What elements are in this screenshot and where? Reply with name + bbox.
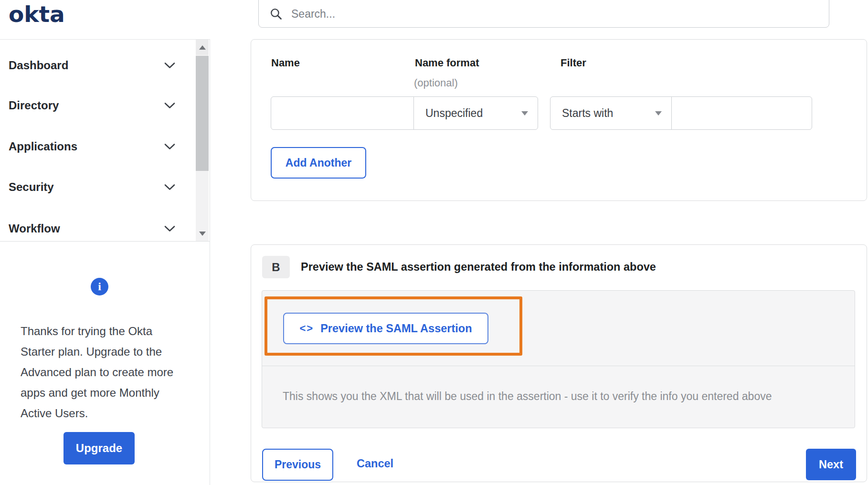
caret-down-icon: [655, 111, 662, 116]
chevron-down-icon: [164, 62, 175, 69]
sidebar-item-workflow[interactable]: Workflow: [0, 209, 193, 249]
preview-panel-bottom: This shows you the XML that will be used…: [262, 366, 855, 428]
preview-panel-top: <> Preview the SAML Assertion: [262, 291, 855, 366]
step-b-title: Preview the SAML assertion generated fro…: [301, 261, 656, 274]
scrollbar-thumb[interactable]: [196, 56, 209, 171]
info-icon: i: [91, 278, 108, 295]
name-format-value: Unspecified: [425, 107, 483, 120]
preview-panel: <> Preview the SAML Assertion This shows…: [262, 290, 855, 428]
scroll-up-button[interactable]: [196, 40, 209, 55]
column-note-optional: (optional): [414, 77, 458, 89]
column-header-name: Name: [271, 57, 300, 69]
chevron-down-icon: [164, 225, 175, 232]
next-button[interactable]: Next: [806, 449, 856, 480]
add-another-button[interactable]: Add Another: [271, 147, 366, 179]
previous-button[interactable]: Previous: [262, 449, 333, 481]
upgrade-button[interactable]: Upgrade: [64, 432, 135, 464]
sidebar-item-dashboard[interactable]: Dashboard: [0, 45, 193, 85]
sidebar-item-directory[interactable]: Directory: [0, 85, 193, 126]
caret-down-icon: [521, 111, 528, 116]
chevron-down-icon: [164, 184, 175, 190]
sidebar-nav: Dashboard Directory Applications Securit…: [0, 39, 210, 242]
chevron-down-icon: [164, 102, 175, 109]
sidebar-item-label: Dashboard: [9, 59, 68, 72]
attribute-name-input[interactable]: [271, 96, 414, 130]
step-b-badge: B: [262, 256, 290, 278]
sidebar-item-security[interactable]: Security: [0, 167, 193, 207]
sidebar-item-label: Workflow: [9, 222, 60, 235]
preview-panel-description: This shows you the XML that will be used…: [283, 390, 772, 403]
sidebar-scrollbar[interactable]: [196, 40, 209, 241]
scroll-down-button[interactable]: [196, 226, 209, 241]
search-input[interactable]: [290, 4, 829, 24]
sidebar-item-label: Security: [9, 180, 54, 194]
sidebar-divider: [210, 39, 210, 485]
column-header-name-format: Name format: [415, 57, 479, 69]
code-icon: <>: [299, 322, 314, 335]
column-header-filter: Filter: [561, 57, 586, 69]
sidebar-item-label: Applications: [9, 140, 77, 153]
chevron-down-icon: [164, 143, 175, 150]
scroll-down-icon: [199, 232, 206, 236]
name-format-select[interactable]: Unspecified: [413, 96, 538, 130]
sidebar-item-label: Directory: [9, 99, 59, 112]
preview-saml-assertion-button[interactable]: <> Preview the SAML Assertion: [283, 313, 488, 344]
sidebar-item-applications[interactable]: Applications: [0, 127, 193, 167]
okta-admin-window: okta Dashboard Directory Applications: [0, 0, 868, 485]
search-box-inner: [259, 0, 829, 27]
scroll-up-icon: [199, 45, 206, 50]
okta-logo[interactable]: okta: [9, 1, 65, 27]
cancel-link[interactable]: Cancel: [357, 457, 393, 470]
filter-type-select[interactable]: Starts with: [550, 96, 672, 130]
search-box[interactable]: [258, 0, 829, 28]
filter-type-value: Starts with: [562, 107, 613, 120]
preview-saml-assertion-label: Preview the SAML Assertion: [320, 322, 472, 335]
search-icon: [269, 7, 283, 21]
filter-value-input[interactable]: [671, 96, 812, 130]
upgrade-message: Thanks for trying the Okta Starter plan.…: [21, 321, 178, 423]
